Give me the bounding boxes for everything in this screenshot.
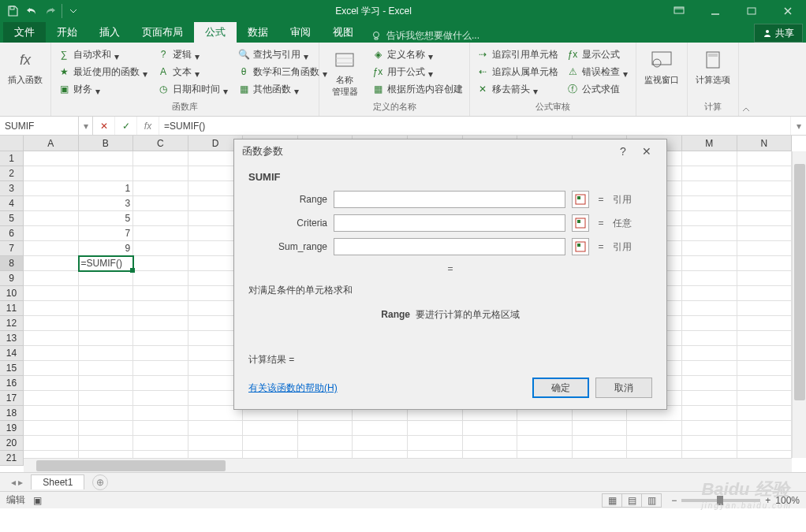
cell-N4[interactable]	[737, 196, 792, 211]
cell-A16[interactable]	[24, 376, 79, 391]
cell-A9[interactable]	[24, 271, 79, 286]
cell-H19[interactable]	[408, 421, 463, 436]
cell-N12[interactable]	[737, 316, 792, 331]
cell-C6[interactable]	[133, 226, 188, 241]
collapse-ribbon-button[interactable]	[739, 106, 753, 116]
cell-A20[interactable]	[24, 436, 79, 451]
watch-window-button[interactable]: 监视窗口	[643, 46, 681, 86]
cell-C5[interactable]	[133, 211, 188, 226]
define-name-button[interactable]: ◈定义名称 ▾	[371, 46, 463, 63]
cell-J21[interactable]	[517, 451, 573, 458]
arg-input-sum_range[interactable]	[334, 238, 565, 255]
row-header-16[interactable]: 16	[0, 376, 23, 391]
cell-B13[interactable]	[79, 331, 134, 346]
insert-function-button[interactable]: fx 插入函数	[6, 46, 44, 86]
cell-N13[interactable]	[737, 331, 792, 346]
cell-C17[interactable]	[133, 391, 188, 406]
trace-precedents-button[interactable]: ⇢追踪引用单元格	[476, 46, 558, 63]
cell-C18[interactable]	[133, 406, 188, 421]
cell-I21[interactable]	[463, 451, 518, 458]
cell-B12[interactable]	[79, 316, 134, 331]
cell-B1[interactable]	[79, 151, 134, 166]
create-from-selection-button[interactable]: ▦根据所选内容创建	[371, 80, 463, 98]
cell-M13[interactable]	[682, 331, 737, 346]
row-header-17[interactable]: 17	[0, 391, 23, 406]
column-header-A[interactable]: A	[24, 136, 79, 151]
cell-C12[interactable]	[133, 316, 188, 331]
cell-K20[interactable]	[573, 436, 628, 451]
cell-C19[interactable]	[133, 421, 188, 436]
zoom-out-button[interactable]: −	[671, 495, 677, 506]
cell-C20[interactable]	[133, 436, 188, 451]
cell-N21[interactable]	[737, 451, 792, 458]
name-box-dropdown[interactable]: ▾	[79, 117, 93, 135]
cell-A18[interactable]	[24, 406, 79, 421]
cell-A3[interactable]	[24, 181, 79, 196]
column-header-N[interactable]: N	[737, 136, 793, 151]
dialog-help-link[interactable]: 有关该函数的帮助(H)	[248, 381, 338, 395]
cell-D21[interactable]	[188, 451, 244, 458]
tab-home[interactable]: 开始	[46, 22, 88, 43]
cell-C16[interactable]	[133, 376, 188, 391]
ribbon-options-icon[interactable]	[661, 0, 697, 22]
select-all-corner[interactable]	[0, 136, 24, 151]
row-header-1[interactable]: 1	[0, 151, 23, 166]
ok-button[interactable]: 确定	[532, 378, 589, 398]
tab-data[interactable]: 数据	[237, 22, 279, 43]
redo-icon[interactable]	[41, 2, 60, 20]
page-layout-view-button[interactable]: ▤	[621, 493, 642, 508]
zoom-in-button[interactable]: +	[765, 495, 771, 506]
row-header-4[interactable]: 4	[0, 196, 23, 211]
qat-customize-icon[interactable]	[64, 2, 83, 20]
page-break-view-button[interactable]: ▥	[641, 493, 662, 508]
more-button[interactable]: ▦其他函数 ▾	[237, 80, 329, 98]
cell-M10[interactable]	[682, 286, 737, 301]
cell-C21[interactable]	[133, 451, 188, 458]
vertical-scrollbar[interactable]	[792, 151, 806, 458]
cell-D19[interactable]	[188, 421, 244, 436]
cell-N14[interactable]	[737, 346, 792, 361]
row-header-19[interactable]: 19	[0, 421, 23, 436]
name-box[interactable]: SUMIF	[0, 117, 79, 135]
cell-N19[interactable]	[737, 421, 792, 436]
cell-I19[interactable]	[463, 421, 518, 436]
math-button[interactable]: θ数学和三角函数 ▾	[237, 63, 329, 80]
cell-B5[interactable]: 5	[79, 211, 134, 226]
row-header-8[interactable]: 8	[0, 256, 23, 271]
dialog-help-button[interactable]: ?	[611, 145, 635, 158]
cell-C13[interactable]	[133, 331, 188, 346]
dialog-close-button[interactable]: ✕	[635, 145, 659, 158]
row-header-21[interactable]: 21	[0, 451, 23, 466]
cell-N1[interactable]	[737, 151, 792, 166]
cell-B10[interactable]	[79, 286, 134, 301]
add-sheet-button[interactable]: ⊕	[92, 474, 108, 490]
cell-B2[interactable]	[79, 166, 134, 181]
cell-A5[interactable]	[24, 211, 79, 226]
row-header-10[interactable]: 10	[0, 286, 23, 301]
cell-A1[interactable]	[24, 151, 79, 166]
cell-E20[interactable]	[243, 436, 298, 451]
row-header-20[interactable]: 20	[0, 436, 23, 451]
cell-G20[interactable]	[353, 436, 408, 451]
cell-F20[interactable]	[298, 436, 353, 451]
cell-A11[interactable]	[24, 301, 79, 316]
cell-N17[interactable]	[737, 391, 792, 406]
cell-A8[interactable]	[24, 256, 79, 271]
cell-A15[interactable]	[24, 361, 79, 376]
financial-button[interactable]: ▣财务 ▾	[58, 80, 149, 98]
cell-B4[interactable]: 3	[79, 196, 134, 211]
row-header-3[interactable]: 3	[0, 181, 23, 196]
cell-N16[interactable]	[737, 376, 792, 391]
macro-record-icon[interactable]: ▣	[33, 495, 42, 506]
cell-C10[interactable]	[133, 286, 188, 301]
cell-N18[interactable]	[737, 406, 792, 421]
cell-N8[interactable]	[737, 256, 792, 271]
recent-button[interactable]: ★最近使用的函数 ▾	[58, 63, 149, 80]
normal-view-button[interactable]: ▦	[602, 493, 622, 508]
cell-B17[interactable]	[79, 391, 134, 406]
cell-C8[interactable]	[133, 256, 188, 271]
cancel-button[interactable]: 取消	[595, 378, 652, 398]
minimize-icon[interactable]	[697, 0, 733, 22]
row-header-5[interactable]: 5	[0, 211, 23, 226]
cell-K19[interactable]	[573, 421, 628, 436]
